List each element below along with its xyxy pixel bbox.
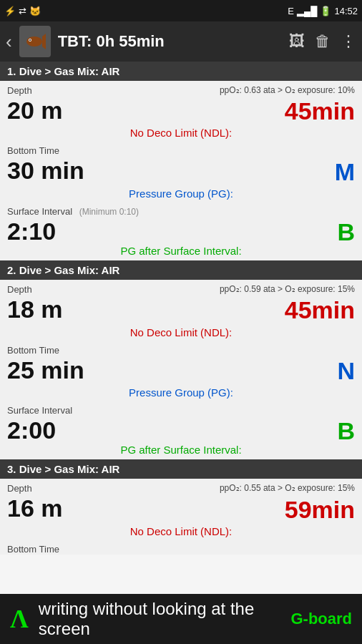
dive-1-depth-value: 20 m [7,97,63,125]
dive-1-si-label: Surface Interval [7,206,72,217]
dive-3-header: 3. Dive > Gas Mix: AIR [0,459,362,479]
dive-3-depth-info: ppO₂: 0.55 ata > O₂ exposure: 15% [220,483,355,493]
toolbar-actions: 🖼 🗑 ⋮ [289,32,356,51]
signal-bars-icon: ▂▄█ [297,6,317,16]
dive-1-bt-label: Bottom Time [7,141,355,156]
dive-3-depth-value: 16 m [7,495,63,523]
dive-1-si-value: 2:10 [7,218,56,246]
dive-3-ndl-label-row: No Deco Limit (NDL): [7,525,355,540]
dive-3-ndl-label: No Deco Limit (NDL): [130,525,233,537]
toolbar: ‹ TBT: 0h 55min 🖼 🗑 ⋮ [0,21,362,62]
dive-1-ndl-label: No Deco Limit (NDL): [130,127,233,139]
gboard-logo: Λ [10,604,29,634]
dive-3-ndl-value: 59min [285,496,355,524]
dive-1-ndl-value: 45min [285,97,355,125]
dive-2-depth-label: Depth [7,284,32,295]
dive-3-depth-label-row: Depth ppO₂: 0.55 ata > O₂ exposure: 15% [7,479,355,494]
dive-2-depth-ndl-row: 18 m 45min [7,295,355,326]
status-right-icons: E ▂▄█ 🔋 14:52 [288,6,358,16]
dive-1-si-label-row: Surface Interval (Minimum 0:10) [7,202,355,217]
dive-1-depth-label: Depth [7,85,32,96]
dive-1-depth-info: ppO₂: 0.63 ata > O₂ exposure: 10% [220,85,355,95]
svg-point-3 [29,39,31,41]
dive-2-pg-label-row: Pressure Group (PG): [7,386,355,401]
dive-1-pg-value: M [335,158,355,186]
dive-2-bt-pg-row: 25 min N [7,356,355,386]
dive-2-depth-value: 18 m [7,296,63,324]
dive-2-si-value: 2:00 [7,417,56,445]
clock: 14:52 [334,6,358,16]
more-button[interactable]: ⋮ [341,32,356,51]
dive-1-pgafter-label: PG after Surface Interval: [120,245,241,257]
dive-2: 2. Dive > Gas Mix: AIR Depth ppO₂: 0.59 … [0,260,362,459]
dive-2-si-label-row: Surface Interval [7,401,355,416]
charging-icon: ⚡ [4,6,16,16]
dive-1-pg-label-row: Pressure Group (PG): [7,187,355,202]
dive-3: 3. Dive > Gas Mix: AIR Depth ppO₂: 0.55 … [0,459,362,554]
dive-2-depth-info: ppO₂: 0.59 ata > O₂ exposure: 15% [220,284,355,294]
keyboard-overlay: Λ writing without looking at the screen … [0,594,362,644]
dive-2-content: Depth ppO₂: 0.59 ata > O₂ exposure: 15% … [0,280,362,459]
sync-icon: ⇄ [19,6,26,16]
dive-1-bt-value: 30 min [7,157,84,185]
svg-marker-1 [42,34,46,49]
dive-3-depth-label: Depth [7,483,32,494]
back-button[interactable]: ‹ [6,31,12,53]
status-left-icons: ⚡ ⇄ 🐱 [4,6,41,16]
dive-1-ndl-label-row: No Deco Limit (NDL): [7,127,355,141]
notification-icon: 🐱 [29,6,41,16]
dive-3-bt-label: Bottom Time [7,540,355,555]
fish-icon [24,32,46,51]
dive-2-ndl-label-row: No Deco Limit (NDL): [7,326,355,341]
status-bar: ⚡ ⇄ 🐱 E ▂▄█ 🔋 14:52 [0,0,362,21]
dive-1-pg-label: Pressure Group (PG): [129,187,233,200]
network-type-icon: E [288,6,294,16]
dive-2-bt-value: 25 min [7,357,84,385]
dive-2-ndl-label: No Deco Limit (NDL): [130,326,233,338]
dive-2-pgafter-label-row: PG after Surface Interval: [7,444,355,459]
svg-point-0 [26,36,42,47]
trash-button[interactable]: 🗑 [315,32,331,51]
dive-2-header: 2. Dive > Gas Mix: AIR [0,260,362,280]
dive-2-ndl-value: 45min [285,296,355,324]
dive-1-si-min: (Minimum 0:10) [79,207,139,217]
dive-1-pgafter-label-row: PG after Surface Interval: [7,245,355,260]
dive-2-bt-label: Bottom Time [7,341,355,356]
dive-1-bt-pg-row: 30 min M [7,156,355,187]
dive-1: 1. Dive > Gas Mix: AIR Depth ppO₂: 0.63 … [0,62,362,260]
toolbar-title: TBT: 0h 55min [58,32,282,51]
dive-3-depth-ndl-row: 16 m 59min [7,494,355,525]
app-icon-box [19,26,51,57]
dive-1-pgafter-value: B [337,218,355,246]
image-button[interactable]: 🖼 [289,32,305,51]
gboard-brand: G-board [290,610,352,628]
dive-2-pg-label: Pressure Group (PG): [129,386,233,399]
dive-1-content: Depth ppO₂: 0.63 ata > O₂ exposure: 10% … [0,81,362,260]
dive-1-depth-label-row: Depth ppO₂: 0.63 ata > O₂ exposure: 10% [7,81,355,96]
dive-2-pgafter-label: PG after Surface Interval: [120,444,241,456]
dive-2-pg-value: N [337,357,355,385]
dive-3-content: Depth ppO₂: 0.55 ata > O₂ exposure: 15% … [0,479,362,554]
battery-icon: 🔋 [320,6,331,16]
dive-2-pgafter-value: B [337,417,355,445]
dive-2-depth-label-row: Depth ppO₂: 0.59 ata > O₂ exposure: 15% [7,280,355,295]
keyboard-hint-text: writing without looking at the screen [39,599,281,639]
dive-1-header: 1. Dive > Gas Mix: AIR [0,62,362,81]
dive-2-si-label: Surface Interval [7,405,72,416]
dive-1-depth-ndl-row: 20 m 45min [7,96,355,127]
